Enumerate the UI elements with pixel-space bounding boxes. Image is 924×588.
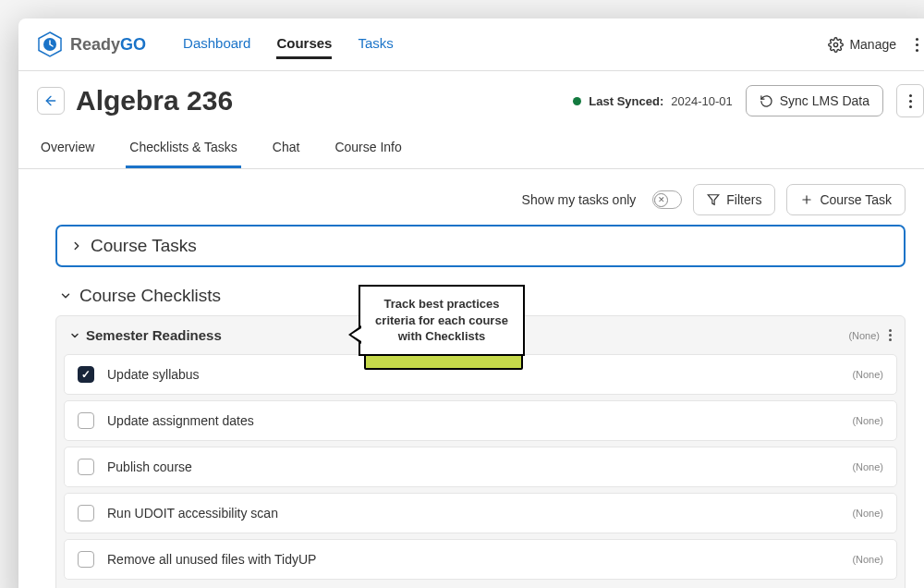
manage-button[interactable]: Manage [828,37,896,53]
plus-icon [800,193,813,206]
checklist-item[interactable]: Run UDOIT accessibility scan (None) [64,493,897,533]
group-assignee-tag: (None) [848,330,880,341]
back-button[interactable] [37,87,65,115]
primary-nav: Dashboard Courses Tasks [183,30,394,59]
refresh-icon [760,94,773,108]
course-tasks-section[interactable]: Course Tasks [55,225,906,267]
chevron-down-icon [69,330,80,341]
main-content: Course Tasks Course Checklists Semester … [18,225,924,588]
item-label: Update syllabus [107,367,200,382]
nav-dashboard[interactable]: Dashboard [183,30,250,59]
filters-button[interactable]: Filters [693,184,775,215]
chevron-down-icon [59,289,72,302]
page-title: Algebra 236 [76,85,233,116]
top-bar: ReadyGO Dashboard Courses Tasks Manage [18,18,924,71]
item-label: Publish course [107,459,192,474]
status-dot-icon [573,97,581,105]
svg-marker-4 [708,195,719,205]
course-header: Algebra 236 Last Synced: 2024-10-01 Sync… [18,71,924,127]
show-my-tasks-label: Show my tasks only [522,192,637,207]
manage-label: Manage [849,37,896,52]
item-assignee-tag: (None) [852,508,883,519]
item-assignee-tag: (None) [852,461,883,472]
tab-course-info[interactable]: Course Info [331,130,405,168]
gear-icon [828,37,844,53]
item-assignee-tag: (None) [852,415,883,426]
item-assignee-tag: (None) [852,369,883,380]
tab-checklists[interactable]: Checklists & Tasks [126,130,240,168]
svg-point-2 [834,43,838,46]
sync-button-label: Sync LMS Data [780,93,869,108]
item-assignee-tag: (None) [852,554,883,565]
brand-name: ReadyGO [70,35,146,55]
toggle-knob-icon: ✕ [654,193,668,207]
item-label: Update assignment dates [107,413,254,428]
sync-label: Last Synced: [589,94,663,108]
item-checkbox[interactable] [78,459,94,475]
checklist-group-title: Semester Readiness [86,327,222,343]
filter-icon [707,193,720,206]
list-toolbar: Show my tasks only ✕ Filters Course Task [18,169,924,225]
topbar-overflow-menu[interactable] [909,38,924,52]
chevron-right-icon [70,239,83,252]
arrow-left-icon [43,93,58,108]
filters-label: Filters [726,192,761,207]
callout-text: Track best practices criteria for each c… [375,297,508,343]
item-checkbox[interactable] [78,412,94,429]
item-checkbox[interactable] [78,366,94,383]
item-checkbox[interactable] [78,505,94,521]
item-label: Run UDOIT accessibility scan [107,506,278,521]
sync-lms-button[interactable]: Sync LMS Data [746,85,883,116]
app-window: ReadyGO Dashboard Courses Tasks Manage A… [18,18,924,588]
topbar-right: Manage [828,37,924,53]
tab-chat[interactable]: Chat [269,130,304,168]
checklist-item[interactable]: Remove all unused files with TidyUP (Non… [64,539,897,580]
item-checkbox[interactable] [78,551,94,568]
checklist-item[interactable]: Update assignment dates (None) [64,400,897,441]
callout-arrow-icon [348,325,361,344]
sync-status: Last Synced: 2024-10-01 [573,94,732,108]
item-label: Remove all unused files with TidyUP [107,552,316,567]
course-checklists-title: Course Checklists [79,286,221,306]
nav-tasks[interactable]: Tasks [358,30,393,59]
group-overflow-menu[interactable] [889,329,892,341]
course-task-label: Course Task [820,192,892,207]
brand-logo[interactable]: ReadyGO [37,31,146,57]
clock-hex-icon [37,31,63,57]
onboarding-callout: Track best practices criteria for each c… [359,285,525,356]
header-overflow-menu[interactable] [896,84,924,117]
header-right: Last Synced: 2024-10-01 Sync LMS Data [573,84,924,117]
nav-courses[interactable]: Courses [276,30,332,59]
checklist-item[interactable]: Publish course (None) [64,447,897,487]
tab-overview[interactable]: Overview [37,130,98,168]
show-my-tasks-toggle[interactable]: ✕ [652,190,682,209]
add-course-task-button[interactable]: Course Task [786,184,906,215]
course-tasks-title: Course Tasks [91,236,197,256]
sync-date: 2024-10-01 [671,94,733,108]
course-subtabs: Overview Checklists & Tasks Chat Course … [18,130,924,169]
